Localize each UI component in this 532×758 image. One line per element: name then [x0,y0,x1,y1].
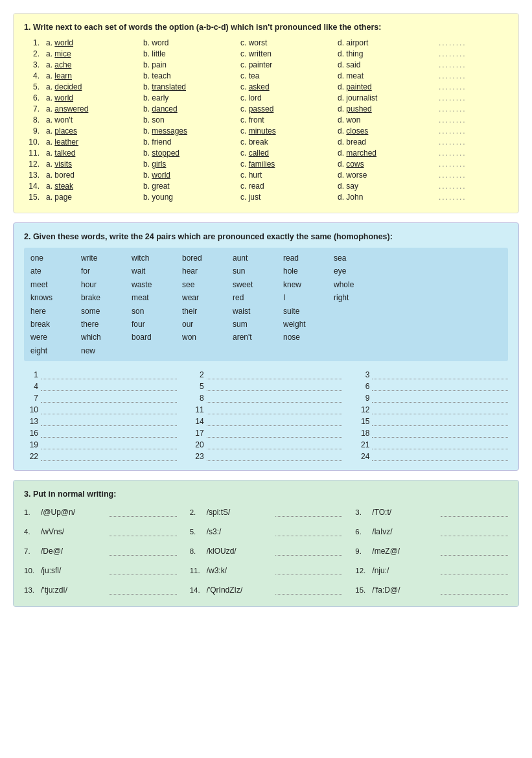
phonetic-answer-line[interactable] [110,508,177,517]
answer-field[interactable]: ........ [439,38,471,47]
phonetic-answer-line[interactable] [275,547,343,556]
answer-line[interactable] [41,452,177,461]
phonetic-answer-line[interactable] [441,508,508,517]
wordbank-word: ate [30,265,76,278]
answer-line[interactable] [207,452,343,461]
homophone-line[interactable]: 22 [24,452,177,461]
answer-line[interactable] [207,394,343,403]
answer-field[interactable]: ........ [439,160,471,169]
answer-line[interactable] [372,382,508,391]
answer-field[interactable]: ........ [439,49,471,58]
answer-line[interactable] [41,382,177,391]
wordbank-word: hole [283,265,329,278]
phonetic-answer-line[interactable] [275,508,343,517]
word-option: b. messages [141,126,238,136]
homophone-line[interactable]: 20 [190,440,343,449]
answer-line[interactable] [41,394,177,403]
answer-line[interactable] [207,370,343,379]
answer-line[interactable] [372,440,508,449]
word-list-row: 9.a. placesb. messagesc. minutesd. close… [24,126,508,136]
answer-field[interactable]: ........ [439,71,471,80]
homophone-line[interactable]: 11 [190,405,343,414]
homophone-line[interactable]: 14 [190,417,343,426]
word-list-row: 10.a. leatherb. friendc. breakd. bread..… [24,137,508,147]
answer-line[interactable] [41,440,177,449]
answer-line[interactable] [207,382,343,391]
phonetic-item: 15./'fa:D@/ [355,583,508,597]
answer-field[interactable]: ........ [439,82,471,91]
answer-line[interactable] [372,417,508,426]
answer-field[interactable]: ........ [439,193,471,202]
answer-field[interactable]: ........ [439,182,471,191]
answer-line[interactable] [372,370,508,379]
phonetic-answer-line[interactable] [110,566,177,575]
homophone-line[interactable]: 18 [355,429,508,438]
answer-field[interactable]: ........ [439,60,471,69]
phonetic-item: 6./laIvz/ [355,525,508,539]
phonetic-number: 12. [355,567,368,574]
answer-field[interactable]: ........ [439,171,471,180]
word-list-row: 11.a. talkedb. stoppedc. calledd. marche… [24,148,508,158]
answer-field[interactable]: ........ [439,126,471,136]
answer-field[interactable]: ........ [439,148,471,158]
homophone-line[interactable]: 17 [190,429,343,438]
homophone-line[interactable]: 23 [190,452,343,461]
wordbank-word: aren't [233,331,278,344]
answer-line[interactable] [41,429,177,438]
phonetic-answer-line[interactable] [110,586,177,595]
phonetic-answer-line[interactable] [110,547,177,556]
answer-field[interactable]: ........ [439,93,471,102]
phonetic-answer-line[interactable] [441,527,508,536]
homophone-line[interactable]: 15 [355,417,508,426]
answer-field[interactable]: ........ [439,137,471,147]
homophone-line[interactable]: 13 [24,417,177,426]
answer-field[interactable]: ........ [439,104,471,113]
homophone-line[interactable]: 16 [24,429,177,438]
answer-line[interactable] [372,394,508,403]
answer-field[interactable]: ........ [439,115,471,124]
phonetic-item: 11./w3:k/ [190,563,343,578]
answer-line[interactable] [41,405,177,414]
homophone-line[interactable]: 5 [190,382,343,391]
answer-line[interactable] [207,429,343,438]
phonetic-answer-line[interactable] [275,566,343,575]
phonetic-number: 15. [355,586,368,594]
homophone-line[interactable]: 4 [24,382,177,391]
answer-line[interactable] [207,440,343,449]
phonetic-answer-line[interactable] [275,527,343,536]
row-number: 13. [24,171,43,180]
homophone-line[interactable]: 9 [355,394,508,403]
homophone-line[interactable]: 7 [24,394,177,403]
homophone-line[interactable]: 19 [24,440,177,449]
phonetic-grid: 1./@Up@n/2./spi:tS/3./TO:t/4./wVns/5./s3… [24,505,508,597]
homophone-line[interactable]: 3 [355,370,508,379]
phonetic-answer-line[interactable] [275,586,343,595]
homophone-line[interactable]: 24 [355,452,508,461]
homophone-line[interactable]: 1 [24,370,177,379]
phonetic-answer-line[interactable] [110,527,177,536]
answer-line[interactable] [372,405,508,414]
answer-line[interactable] [41,370,177,379]
answer-line[interactable] [372,429,508,438]
phonetic-answer-line[interactable] [441,547,508,556]
word-option: a. world [43,38,141,47]
phonetic-answer-line[interactable] [441,566,508,575]
phonetic-number: 13. [24,586,37,594]
homophone-line[interactable]: 6 [355,382,508,391]
answer-line[interactable] [207,417,343,426]
answer-line[interactable] [207,405,343,414]
homophone-line[interactable]: 2 [190,370,343,379]
word-option: b. danced [141,104,238,113]
phonetic-answer-line[interactable] [441,586,508,595]
phonetic-number: 1. [24,508,37,516]
wordbank-word: son [132,305,177,318]
homophone-line[interactable]: 21 [355,440,508,449]
word-option: b. word [141,38,238,47]
answer-line[interactable] [372,452,508,461]
phonetic-word: /klOUzd/ [207,547,272,556]
answer-line[interactable] [41,417,177,426]
homophone-line[interactable]: 12 [355,405,508,414]
homophone-line[interactable]: 10 [24,405,177,414]
homophone-line[interactable]: 8 [190,394,343,403]
word-option: d. thing [335,49,439,58]
